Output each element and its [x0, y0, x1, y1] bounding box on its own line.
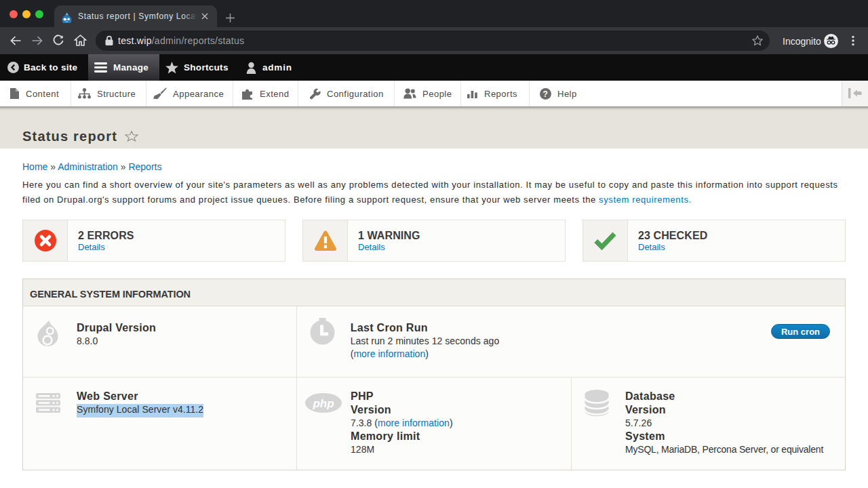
svg-text:?: ?	[543, 89, 549, 98]
svg-text:php: php	[312, 397, 334, 410]
